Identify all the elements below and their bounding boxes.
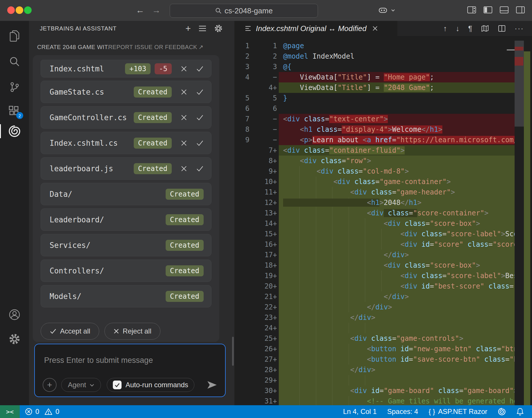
next-change-icon[interactable]: ↓: [456, 24, 459, 33]
language-mode[interactable]: { }ASP.NET Razor: [428, 408, 487, 416]
original-line-number: 8: [234, 124, 251, 135]
account-button[interactable]: [0, 307, 29, 323]
diff-editor[interactable]: 11@page22@model IndexModel33@{4− ViewDat…: [234, 36, 515, 405]
reject-file-button[interactable]: [180, 114, 187, 121]
created-badge: Created: [166, 265, 204, 276]
file-icon: [245, 26, 252, 31]
tab-diff-index-cshtml[interactable]: Index.cshtml Original ↔ Modified: [234, 21, 397, 36]
file-name: Leaderboard/: [50, 215, 162, 224]
sidebar-item-search[interactable]: [0, 53, 29, 70]
search-icon: [9, 56, 20, 67]
accept-file-button[interactable]: [196, 165, 204, 172]
back-button[interactable]: ←: [136, 5, 144, 15]
modified-line-number: 25+: [251, 333, 279, 344]
code-line: 22+ </div>: [234, 302, 515, 312]
attach-button[interactable]: +: [43, 378, 57, 392]
warnings-count: 0: [55, 408, 59, 416]
file-change-card[interactable]: Index.cshtml+103-5: [41, 60, 211, 78]
sidebar-item-source-control[interactable]: [0, 79, 29, 95]
code-line: 16+ <div id="score" class="score-: [234, 239, 515, 250]
accept-file-button[interactable]: [196, 114, 204, 121]
reject-all-button[interactable]: Reject all: [104, 323, 160, 340]
modified-line-number: −: [251, 124, 279, 135]
modified-line-number: 1: [251, 41, 279, 51]
sidebar-item-explorer[interactable]: [0, 28, 29, 44]
reject-file-button[interactable]: [180, 65, 187, 72]
file-change-card[interactable]: GameController.csCreated: [41, 106, 211, 129]
agent-mode-select[interactable]: Agent: [61, 378, 101, 392]
code-line: 20+ <div id="best-score" class="s: [234, 281, 515, 291]
file-change-card[interactable]: Controllers/Created: [41, 260, 211, 282]
file-change-card[interactable]: Models/Created: [41, 285, 211, 307]
toggle-primary-sidebar-icon[interactable]: [483, 6, 493, 14]
toggle-secondary-sidebar-icon[interactable]: [516, 6, 525, 14]
indentation[interactable]: Spaces: 4: [387, 408, 418, 416]
settings-button[interactable]: [0, 331, 29, 347]
chat-input-box[interactable]: Press Enter to submit message + Agent Au…: [34, 344, 226, 397]
panel-scrollbar[interactable]: [232, 337, 234, 366]
chat-session-title[interactable]: CREATE 2048 GAME WIT...: [37, 44, 108, 51]
accept-file-button[interactable]: [196, 140, 204, 146]
whitespace-icon[interactable]: ¶: [468, 24, 472, 33]
modified-line-number: 16+: [251, 239, 279, 250]
file-change-card[interactable]: Leaderboard/Created: [41, 208, 211, 231]
report-issue-link[interactable]: REPORT ISSUE OR FEEDBACK ↗: [108, 44, 203, 51]
autorun-toggle[interactable]: Auto-run commands: [107, 378, 194, 392]
accept-file-button[interactable]: [196, 89, 204, 95]
file-change-card[interactable]: Services/Created: [41, 234, 211, 256]
scrollbar-thumb[interactable]: [515, 41, 524, 127]
reject-file-button[interactable]: [180, 140, 187, 147]
copilot-menu[interactable]: [377, 5, 395, 15]
problems-status[interactable]: 0 0: [25, 408, 59, 416]
code-line-content: <div class="col-md-8">: [279, 166, 515, 176]
remote-indicator[interactable]: ><: [0, 405, 20, 418]
window-close-button[interactable]: [7, 6, 15, 14]
original-line-number: 9: [234, 135, 251, 145]
more-actions-icon[interactable]: ···: [515, 24, 524, 33]
forward-button[interactable]: →: [152, 5, 161, 15]
send-button[interactable]: [207, 380, 218, 390]
original-line-number: [234, 312, 251, 323]
cursor-position[interactable]: Ln 4, Col 1: [343, 408, 377, 416]
code-line: 21+ </div>: [234, 291, 515, 302]
map-icon[interactable]: [481, 25, 489, 32]
ai-assistant-panel: JETBRAINS AI ASSISTANT + CREATE 2048 GAM…: [29, 21, 234, 405]
split-editor-icon[interactable]: [498, 25, 506, 32]
code-line: 30+ <div id="game-board" class="game-boa…: [234, 385, 515, 396]
history-icon[interactable]: [198, 25, 207, 32]
file-change-card[interactable]: Index.cshtml.csCreated: [41, 132, 211, 154]
gear-icon[interactable]: [214, 24, 223, 33]
accept-file-button[interactable]: [196, 66, 204, 72]
modified-line-number: 27+: [251, 354, 279, 365]
created-badge: Created: [166, 214, 204, 225]
toggle-panel-icon[interactable]: [500, 6, 509, 14]
code-line-content: <div class="text-center">: [279, 114, 515, 124]
customize-layout-icon[interactable]: [467, 6, 476, 14]
modified-line-number: 30+: [251, 385, 279, 396]
file-change-card[interactable]: GameState.csCreated: [41, 81, 211, 103]
window-zoom-button[interactable]: [24, 6, 32, 14]
modified-line-number: 11+: [251, 187, 279, 197]
overview-ruler[interactable]: [515, 36, 532, 405]
code-line: 27+ <button id="save-score-btn" class="b: [234, 354, 515, 365]
chevron-down-icon: [391, 9, 395, 12]
code-line-content: [279, 323, 515, 333]
file-change-card[interactable]: leaderboard.jsCreated: [41, 157, 211, 180]
code-line: 8− <h1 class="display-4">Welcome</h1>: [234, 124, 515, 135]
ai-status-icon[interactable]: [498, 408, 506, 416]
reject-file-button[interactable]: [180, 165, 187, 172]
file-change-card[interactable]: Data/Created: [41, 183, 211, 205]
close-icon[interactable]: [372, 26, 378, 31]
previous-change-icon[interactable]: ↑: [443, 24, 447, 33]
window-minimize-button[interactable]: [16, 6, 23, 14]
accept-all-button[interactable]: Accept all: [41, 323, 99, 340]
session-header: CREATE 2048 GAME WIT... REPORT ISSUE OR …: [37, 44, 223, 51]
reject-file-button[interactable]: [180, 89, 187, 96]
code-line-content: <h1>2048</h1>: [279, 197, 515, 208]
new-chat-button[interactable]: +: [185, 24, 191, 33]
modified-line-number: 22+: [251, 302, 279, 312]
notifications-bell-icon[interactable]: [516, 408, 524, 416]
sidebar-item-ai-assistant[interactable]: [0, 117, 29, 146]
command-center-search[interactable]: cs-2048-game: [170, 4, 318, 18]
close-icon: [113, 328, 119, 334]
